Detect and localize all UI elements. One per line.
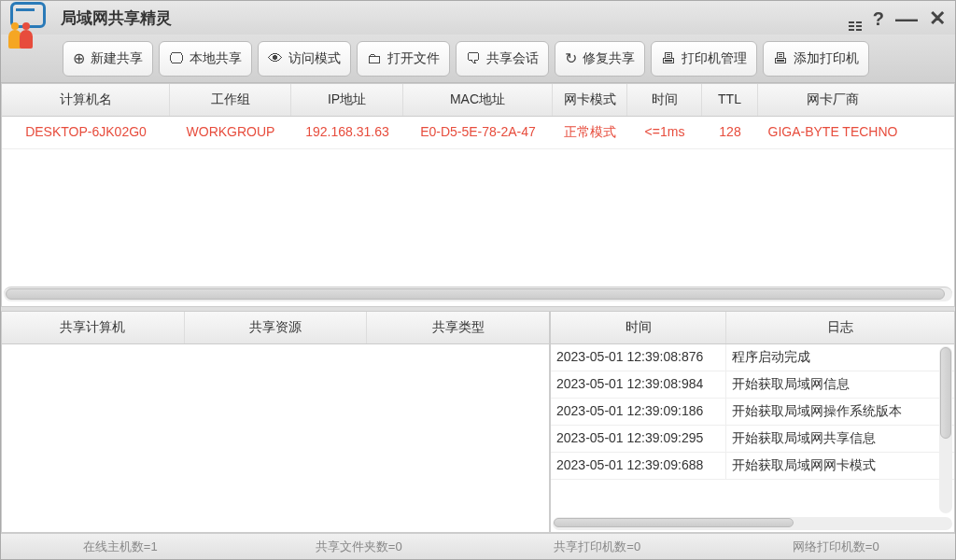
status-online-hosts: 在线主机数=1 bbox=[1, 539, 240, 555]
log-panel: 时间 日志 2023-05-01 12:39:08:876程序启动完成 2023… bbox=[550, 311, 955, 533]
folder-icon: 🗀 bbox=[367, 50, 382, 67]
app-title: 局域网共享精灵 bbox=[61, 7, 172, 29]
cell-mac: E0-D5-5E-78-2A-47 bbox=[403, 117, 553, 148]
col-computer[interactable]: 计算机名 bbox=[2, 84, 170, 116]
col-time[interactable]: 时间 bbox=[627, 84, 702, 116]
open-file-button[interactable]: 🗀打开文件 bbox=[357, 41, 450, 77]
content-area: 计算机名 工作组 IP地址 MAC地址 网卡模式 时间 TTL 网卡厂商 DES… bbox=[1, 83, 955, 533]
log-row[interactable]: 2023-05-01 12:39:09:688开始获取局域网网卡模式 bbox=[551, 453, 954, 480]
bottom-panels: 共享计算机 共享资源 共享类型 时间 日志 2023-05-01 12:39:0… bbox=[1, 311, 955, 533]
col-ttl[interactable]: TTL bbox=[702, 84, 758, 116]
log-row[interactable]: 2023-05-01 12:39:09:186开始获取局域网操作系统版本 bbox=[551, 399, 954, 426]
cell-time: <=1ms bbox=[627, 117, 702, 148]
cell-ttl: 128 bbox=[702, 117, 758, 148]
printer-mgmt-button[interactable]: 🖶打印机管理 bbox=[651, 41, 757, 77]
col-vendor[interactable]: 网卡厂商 bbox=[758, 84, 907, 116]
titlebar: 局域网共享精灵 ? — ✕ bbox=[1, 1, 955, 35]
close-icon[interactable]: ✕ bbox=[929, 7, 946, 31]
col-log-msg[interactable]: 日志 bbox=[726, 312, 954, 343]
table-row[interactable]: DESKTOP-6JK02G0 WORKGROUP 192.168.31.63 … bbox=[2, 117, 954, 149]
log-hscrollbar[interactable] bbox=[553, 517, 952, 530]
hosts-hscrollbar[interactable] bbox=[4, 287, 952, 301]
share-session-button[interactable]: 🗨共享会话 bbox=[456, 41, 549, 77]
printer-add-icon: 🖶 bbox=[773, 50, 788, 67]
status-share-printers: 共享打印机数=0 bbox=[478, 539, 717, 555]
col-share-type[interactable]: 共享类型 bbox=[367, 312, 549, 343]
local-share-label: 本地共享 bbox=[190, 50, 242, 67]
statusbar: 在线主机数=1 共享文件夹数=0 共享打印机数=0 网络打印机数=0 bbox=[1, 533, 955, 559]
log-body: 2023-05-01 12:39:08:876程序启动完成 2023-05-01… bbox=[551, 344, 954, 515]
status-net-printers: 网络打印机数=0 bbox=[717, 539, 956, 555]
plus-icon: ⊕ bbox=[73, 49, 85, 67]
new-share-label: 新建共享 bbox=[91, 50, 143, 67]
status-share-folders: 共享文件夹数=0 bbox=[240, 539, 479, 555]
toolbar: ⊕新建共享 🖵本地共享 👁访问模式 🗀打开文件 🗨共享会话 ↻修复共享 🖶打印机… bbox=[1, 35, 955, 83]
printer-icon: 🖶 bbox=[661, 50, 676, 67]
log-row[interactable]: 2023-05-01 12:39:09:295开始获取局域网共享信息 bbox=[551, 426, 954, 453]
cell-computer: DESKTOP-6JK02G0 bbox=[2, 117, 170, 148]
col-workgroup[interactable]: 工作组 bbox=[170, 84, 291, 116]
cell-nicmode: 正常模式 bbox=[553, 117, 627, 148]
shares-panel: 共享计算机 共享资源 共享类型 bbox=[1, 311, 550, 533]
col-log-time[interactable]: 时间 bbox=[551, 312, 726, 343]
col-share-resource[interactable]: 共享资源 bbox=[185, 312, 368, 343]
local-share-button[interactable]: 🖵本地共享 bbox=[159, 41, 252, 77]
main-window: 局域网共享精灵 ? — ✕ ⊕新建共享 🖵本地共享 👁访问模式 🗀打开文件 🗨共… bbox=[0, 0, 956, 560]
app-logo-icon bbox=[8, 2, 49, 43]
log-row[interactable]: 2023-05-01 12:39:08:876程序启动完成 bbox=[551, 344, 954, 371]
open-file-label: 打开文件 bbox=[387, 50, 440, 67]
chat-icon: 🗨 bbox=[466, 50, 481, 67]
hosts-table: 计算机名 工作组 IP地址 MAC地址 网卡模式 时间 TTL 网卡厂商 DES… bbox=[1, 83, 955, 307]
monitor-icon: 🖵 bbox=[169, 50, 184, 67]
share-session-label: 共享会话 bbox=[486, 50, 539, 67]
access-mode-button[interactable]: 👁访问模式 bbox=[258, 41, 351, 77]
cell-vendor: GIGA-BYTE TECHNO bbox=[758, 117, 907, 148]
refresh-icon: ↻ bbox=[565, 49, 577, 67]
shares-body bbox=[2, 344, 549, 532]
help-icon[interactable]: ? bbox=[873, 8, 884, 30]
add-printer-label: 添加打印机 bbox=[794, 50, 859, 67]
access-mode-label: 访问模式 bbox=[288, 50, 341, 67]
cell-workgroup: WORKGROUP bbox=[170, 117, 291, 148]
hosts-table-header: 计算机名 工作组 IP地址 MAC地址 网卡模式 时间 TTL 网卡厂商 bbox=[2, 84, 954, 117]
cell-ip: 192.168.31.63 bbox=[291, 117, 403, 148]
shares-header: 共享计算机 共享资源 共享类型 bbox=[2, 312, 549, 344]
window-controls: ? — ✕ bbox=[849, 7, 946, 31]
col-share-computer[interactable]: 共享计算机 bbox=[2, 312, 185, 343]
repair-share-label: 修复共享 bbox=[583, 50, 635, 67]
col-nicmode[interactable]: 网卡模式 bbox=[553, 84, 627, 116]
col-mac[interactable]: MAC地址 bbox=[403, 84, 553, 116]
col-ip[interactable]: IP地址 bbox=[291, 84, 403, 116]
log-vscrollbar[interactable] bbox=[939, 346, 952, 513]
new-share-button[interactable]: ⊕新建共享 bbox=[63, 41, 153, 77]
add-printer-button[interactable]: 🖶添加打印机 bbox=[763, 41, 869, 77]
printer-mgmt-label: 打印机管理 bbox=[682, 50, 747, 67]
eye-icon: 👁 bbox=[268, 50, 283, 67]
log-header: 时间 日志 bbox=[551, 312, 954, 344]
menu-icon[interactable] bbox=[849, 7, 862, 31]
repair-share-button[interactable]: ↻修复共享 bbox=[555, 41, 645, 77]
log-row[interactable]: 2023-05-01 12:39:08:984开始获取局域网信息 bbox=[551, 371, 954, 399]
minimize-icon[interactable]: — bbox=[895, 14, 918, 23]
hosts-table-body: DESKTOP-6JK02G0 WORKGROUP 192.168.31.63 … bbox=[2, 117, 954, 285]
